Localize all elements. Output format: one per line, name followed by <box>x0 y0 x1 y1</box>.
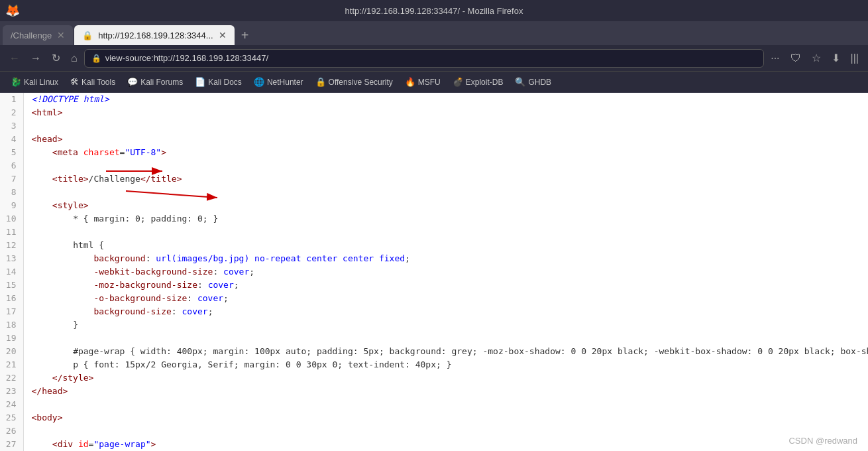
line-number: 22 <box>0 371 23 385</box>
line-content <box>23 398 868 411</box>
line-content: <div id="page-wrap"> <box>23 438 868 451</box>
table-row: 27 <div id="page-wrap"> <box>0 438 868 451</box>
bookmark-exploit-db[interactable]: 💣 Exploit-DB <box>447 75 509 89</box>
star-button[interactable]: ☆ <box>808 49 825 67</box>
line-number: 3 <box>0 119 23 133</box>
line-content: html { <box>23 239 868 252</box>
line-content: background: url(images/bg.jpg) no-repeat… <box>23 252 868 265</box>
line-number: 7 <box>0 172 23 186</box>
download-button[interactable]: ⬇ <box>828 49 844 67</box>
table-row: 21 p { font: 15px/2 Georgia, Serif; marg… <box>0 358 868 371</box>
line-number: 27 <box>0 438 23 451</box>
line-number: 15 <box>0 279 23 292</box>
more-button[interactable]: ··· <box>767 50 783 67</box>
table-row: 10 * { margin: 0; padding: 0; } <box>0 212 868 226</box>
line-content: -webkit-background-size: cover; <box>23 265 868 279</box>
line-content <box>23 186 868 199</box>
line-number: 25 <box>0 411 23 424</box>
tab-label: /Challenge <box>11 31 52 40</box>
line-content: <html> <box>23 106 868 119</box>
table-row: 26 <box>0 424 868 438</box>
bookmark-ghdb[interactable]: 🔍 GHDB <box>510 75 557 89</box>
bookmark-offensive-security[interactable]: 🔒 Offensive Security <box>310 75 398 89</box>
source-wrapper: 1<!DOCTYPE html>2<html>34<head>5 <meta c… <box>0 93 868 451</box>
line-content: </head> <box>23 385 868 398</box>
table-row: 16 -o-background-size: cover; <box>0 292 868 305</box>
line-content: </style> <box>23 371 868 385</box>
line-number: 14 <box>0 265 23 279</box>
home-button[interactable]: ⌂ <box>67 50 81 67</box>
line-number: 6 <box>0 159 23 172</box>
source-view[interactable]: 1<!DOCTYPE html>2<html>34<head>5 <meta c… <box>0 93 868 451</box>
shield-button[interactable]: 🛡 <box>787 50 805 67</box>
bookmark-label: Kali Docs <box>208 78 242 87</box>
table-row: 9 <style> <box>0 199 868 212</box>
line-content <box>23 226 868 239</box>
table-row: 14 -webkit-background-size: cover; <box>0 265 868 279</box>
line-content: <body> <box>23 411 868 424</box>
table-row: 13 background: url(images/bg.jpg) no-rep… <box>0 252 868 265</box>
table-row: 6 <box>0 159 868 172</box>
bookmark-label: NetHunter <box>267 78 303 87</box>
kali-linux-icon: 🐉 <box>11 77 21 87</box>
table-row: 15 -moz-background-size: cover; <box>0 279 868 292</box>
bookmark-msfu[interactable]: 🔥 MSFU <box>400 75 446 89</box>
line-number: 26 <box>0 424 23 438</box>
bookmark-label: Kali Forums <box>140 78 183 87</box>
watermark: CSDN @redwand <box>788 436 857 446</box>
nav-extras: ··· 🛡 ☆ ⬇ ||| <box>767 49 863 67</box>
exploit-db-icon: 💣 <box>453 77 463 87</box>
line-content: <meta charset="UTF-8"> <box>23 146 868 159</box>
address-bar[interactable]: 🔒 view-source:http://192.168.199.128:334… <box>84 49 765 68</box>
line-number: 19 <box>0 332 23 345</box>
reload-button[interactable]: ↻ <box>48 49 64 67</box>
back-button[interactable]: ← <box>5 50 24 67</box>
bookmark-label: Kali Linux <box>24 78 58 87</box>
firefox-icon: 🦊 <box>5 3 20 18</box>
bookmark-kali-docs[interactable]: 📄 Kali Docs <box>190 75 247 89</box>
tabbar: /Challenge ✕ 🔒 http://192.168.199.128:33… <box>0 21 868 45</box>
lock-icon: 🔒 <box>91 54 101 63</box>
table-row: 22 </style> <box>0 371 868 385</box>
line-content: #page-wrap { width: 400px; margin: 100px… <box>23 345 868 358</box>
table-row: 25<body> <box>0 411 868 424</box>
bookmark-label: Kali Tools <box>81 78 115 87</box>
line-number: 18 <box>0 318 23 332</box>
table-row: 18 } <box>0 318 868 332</box>
close-tab-icon[interactable]: ✕ <box>219 30 227 40</box>
line-number: 2 <box>0 106 23 119</box>
library-button[interactable]: ||| <box>847 50 863 67</box>
bookmark-kali-forums[interactable]: 💬 Kali Forums <box>122 75 188 89</box>
source-table: 1<!DOCTYPE html>2<html>34<head>5 <meta c… <box>0 93 868 451</box>
tab-source[interactable]: 🔒 http://192.168.199.128:3344... ✕ <box>74 25 234 45</box>
line-number: 13 <box>0 252 23 265</box>
bookmarks-bar: 🐉 Kali Linux 🛠 Kali Tools 💬 Kali Forums … <box>0 72 868 93</box>
line-number: 21 <box>0 358 23 371</box>
new-tab-button[interactable]: + <box>236 25 254 45</box>
titlebar: 🦊 http://192.168.199.128:33447/ - Mozill… <box>0 0 868 21</box>
line-content: <title>/Challenge</title> <box>23 172 868 186</box>
table-row: 19 <box>0 332 868 345</box>
bookmark-kali-linux[interactable]: 🐉 Kali Linux <box>5 75 64 89</box>
table-row: 3 <box>0 119 868 133</box>
line-number: 8 <box>0 186 23 199</box>
line-content: background-size: cover; <box>23 305 868 318</box>
window-title: http://192.168.199.128:33447/ - Mozilla … <box>345 6 523 16</box>
table-row: 5 <meta charset="UTF-8"> <box>0 146 868 159</box>
line-content: p { font: 15px/2 Georgia, Serif; margin:… <box>23 358 868 371</box>
close-tab-icon[interactable]: ✕ <box>57 30 65 40</box>
bookmark-kali-tools[interactable]: 🛠 Kali Tools <box>65 75 121 89</box>
line-number: 1 <box>0 93 23 106</box>
line-content: <!DOCTYPE html> <box>23 93 868 106</box>
line-content: <style> <box>23 199 868 212</box>
bookmark-label: Offensive Security <box>329 78 393 87</box>
tab-challenge[interactable]: /Challenge ✕ <box>3 25 73 45</box>
kali-forums-icon: 💬 <box>127 77 138 87</box>
line-number: 16 <box>0 292 23 305</box>
forward-button[interactable]: → <box>27 50 45 67</box>
bookmark-nethunter[interactable]: 🌐 NetHunter <box>248 75 309 89</box>
line-number: 24 <box>0 398 23 411</box>
tab-favicon: 🔒 <box>82 31 93 40</box>
line-number: 5 <box>0 146 23 159</box>
table-row: 7 <title>/Challenge</title> <box>0 172 868 186</box>
